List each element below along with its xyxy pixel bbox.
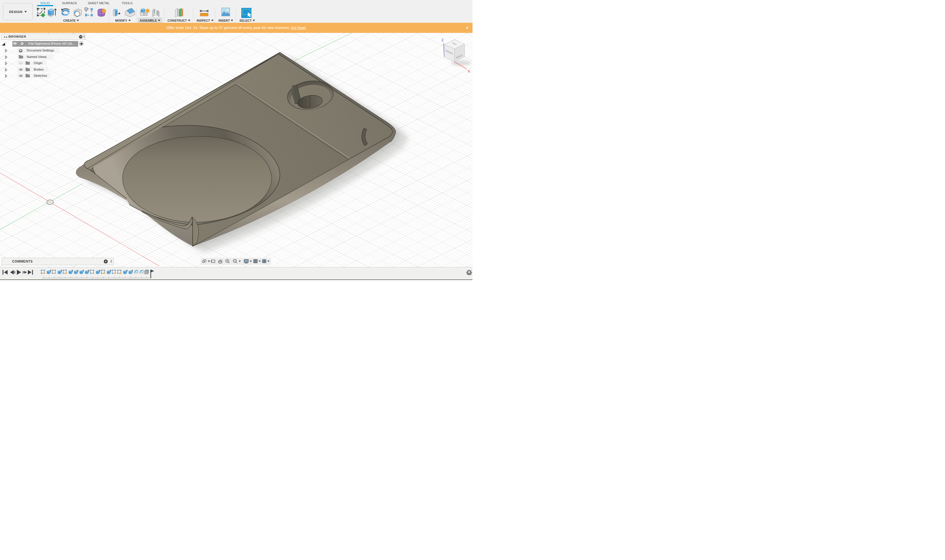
svg-text:Z: Z [442, 38, 444, 42]
svg-text:X: X [468, 69, 470, 73]
